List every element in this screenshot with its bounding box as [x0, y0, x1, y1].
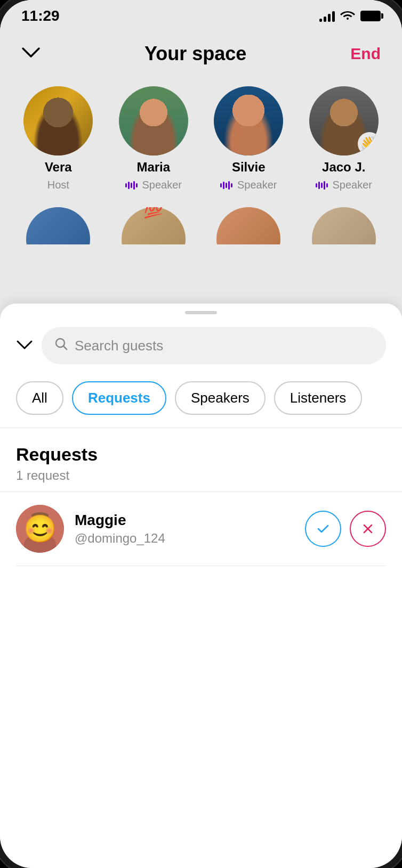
avatar-silvie — [214, 86, 283, 155]
speaker-name-silvie: Silvie — [232, 160, 266, 175]
status-bar: 11:29 — [0, 0, 402, 32]
action-buttons-maggie — [305, 511, 386, 547]
speaker-role-vera: Host — [47, 179, 69, 191]
speaker-role-maria: Speaker — [125, 179, 182, 191]
avatar-vera — [23, 86, 93, 155]
avatar-jaco: 👋 — [309, 86, 379, 155]
tab-speakers[interactable]: Speakers — [175, 381, 266, 415]
speaker-item-vera: Vera Host — [16, 86, 101, 191]
search-row: Search guests — [16, 314, 386, 373]
svg-point-9 — [38, 523, 39, 524]
speaker-item-maria: Maria Speaker — [111, 86, 196, 191]
search-placeholder: Search guests — [75, 338, 163, 354]
user-info-maggie: Maggie @domingo_124 — [75, 512, 305, 546]
partial-avatar-3 — [206, 207, 291, 244]
avatar-maria — [119, 86, 188, 155]
user-handle-maggie: @domingo_124 — [75, 531, 305, 546]
tab-all[interactable]: All — [16, 381, 63, 415]
sheet-content: Search guests All Requests Speakers List… — [0, 314, 402, 566]
user-name-maggie: Maggie — [75, 512, 305, 529]
status-time: 11:29 — [21, 7, 60, 24]
soundwave-icon — [125, 181, 138, 190]
search-icon — [54, 337, 68, 354]
svg-point-4 — [36, 522, 38, 525]
svg-point-8 — [31, 512, 49, 519]
space-header: Your space End — [0, 32, 402, 76]
space-title: Your space — [144, 43, 246, 65]
speaker-item-silvie: Silvie Speaker — [206, 86, 291, 191]
speaker-name-maria: Maria — [136, 160, 170, 175]
speaker-name-jaco: Jaco J. — [322, 160, 365, 175]
collapse-chevron-icon[interactable] — [21, 46, 41, 62]
speakers-row-2: 💯 — [0, 207, 402, 244]
svg-point-3 — [24, 533, 56, 553]
status-icons — [319, 9, 381, 23]
soundwave-icon — [220, 181, 232, 190]
speaker-role-jaco: Speaker — [316, 179, 373, 191]
user-row-maggie: Maggie @domingo_124 — [16, 492, 386, 566]
filter-tabs: All Requests Speakers Listeners — [16, 373, 386, 428]
sheet-chevron-icon[interactable] — [16, 337, 33, 354]
signal-icon — [319, 10, 335, 22]
speaker-name-vera: Vera — [45, 160, 72, 175]
svg-point-6 — [33, 523, 37, 527]
requests-title: Requests — [16, 444, 386, 465]
svg-point-7 — [43, 523, 47, 527]
bottom-sheet: Search guests All Requests Speakers List… — [0, 304, 402, 868]
space-area: Your space End Vera Host Maria — [0, 32, 402, 335]
wave-emoji-icon: 👋 — [358, 132, 379, 155]
search-bar[interactable]: Search guests — [42, 327, 386, 364]
phone-frame: 11:29 Your space End — [0, 0, 402, 868]
partial-avatar-1 — [16, 207, 101, 244]
soundwave-icon — [316, 181, 328, 190]
svg-point-5 — [42, 522, 45, 525]
partial-avatar-2: 💯 — [111, 207, 196, 244]
accept-button-maggie[interactable] — [305, 511, 341, 547]
svg-point-2 — [30, 513, 50, 535]
avatar-maggie — [16, 505, 64, 553]
decline-button-maggie[interactable] — [350, 511, 386, 547]
speaker-item-jaco: 👋 Jaco J. Speaker — [302, 86, 387, 191]
partial-avatar-4 — [302, 207, 387, 244]
end-button[interactable]: End — [350, 45, 381, 63]
wifi-icon — [340, 9, 355, 23]
requests-count: 1 request — [16, 468, 386, 483]
tab-listeners[interactable]: Listeners — [274, 381, 363, 415]
requests-section: Requests 1 request — [16, 428, 386, 492]
speakers-grid: Vera Host Maria Speaker — [0, 76, 402, 202]
speaker-role-silvie: Speaker — [220, 179, 277, 191]
battery-icon — [360, 11, 381, 21]
tab-requests[interactable]: Requests — [72, 381, 166, 415]
